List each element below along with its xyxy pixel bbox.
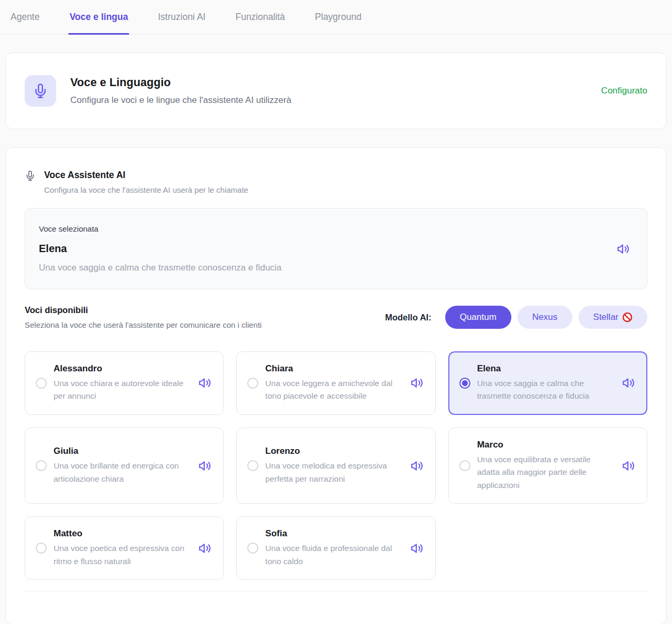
voice-card-chiara[interactable]: Chiara Una voce leggera e amichevole dal… [236,351,435,415]
voice-name: Sofia [265,528,402,539]
selected-voice-label: Voce selezionata [39,224,615,233]
section-title: Voce Assistente AI [44,170,248,181]
voice-description: Una voce saggia e calma che trasmette co… [477,377,614,403]
available-voices-subtitle: Seleziona la voce che userà l'assistente… [25,320,261,329]
section-header: Voce Assistente AI Configura la voce che… [25,170,647,194]
selected-voice-description: Una voce saggia e calma che trasmette co… [39,263,615,273]
tab-playground[interactable]: Playground [315,0,362,34]
play-voice-lorenzo-button[interactable] [409,458,425,474]
selected-voice-panel: Voce selezionata Elena Una voce saggia e… [25,208,647,289]
model-pill-nexus-label: Nexus [532,312,558,323]
voice-description: Una voce brillante ed energica con artic… [54,460,190,485]
voice-description: Una voce fluida e professionale dal tono… [265,542,402,568]
radio-sofia[interactable] [247,543,258,554]
tab-funzionalita[interactable]: Funzionalità [235,0,285,34]
radio-matteo[interactable] [36,543,47,554]
voice-card-sofia[interactable]: Sofia Una voce fluida e professionale da… [236,516,435,580]
page-title: Voce e Linguaggio [70,76,601,89]
radio-chiara[interactable] [247,378,258,389]
microphone-small-icon [25,170,36,181]
status-badge: Configurato [601,86,647,96]
available-voices-title: Voci disponibili [25,305,261,315]
voice-description: Una voce chiara e autorevole ideale per … [54,377,190,403]
voice-language-header-card: Voce e Linguaggio Configura le voci e le… [5,53,667,129]
voice-name: Alessandro [54,363,190,374]
voice-card-alessandro[interactable]: Alessandro Una voce chiara e autorevole … [25,351,224,415]
model-pill-nexus[interactable]: Nexus [518,306,572,329]
tab-agente[interactable]: Agente [10,0,39,34]
section-subtitle: Configura la voce che l'assistente AI us… [44,185,248,194]
tab-voce-e-lingua[interactable]: Voce e lingua [69,0,128,34]
voice-name: Lorenzo [265,446,402,456]
play-voice-matteo-button[interactable] [197,540,213,556]
voice-name: Chiara [265,363,402,374]
voice-card-giulia[interactable]: Giulia Una voce brillante ed energica co… [25,428,224,504]
assistant-voice-card: Voce Assistente AI Configura la voce che… [5,147,667,624]
model-pill-stellar-label: Stellar [593,312,618,323]
header-text: Voce e Linguaggio Configura le voci e le… [70,76,601,106]
ai-model-selector: Modello AI: Quantum Nexus Stellar [385,306,647,329]
page-subtitle: Configura le voci e le lingue che l'assi… [70,95,601,106]
voice-description: Una voce poetica ed espressiva con ritmo… [54,542,190,568]
voice-card-marco[interactable]: Marco Una voce equilibrata e versatile a… [448,428,647,504]
play-selected-voice-button[interactable] [615,241,631,257]
voice-card-lorenzo[interactable]: Lorenzo Una voce melodica ed espressiva … [236,428,435,504]
voice-name: Matteo [54,528,190,539]
play-voice-marco-button[interactable] [621,458,636,474]
voice-card-matteo[interactable]: Matteo Una voce poetica ed espressiva co… [25,516,224,580]
voice-description: Una voce leggera e amichevole dal tono p… [265,377,402,403]
selected-voice-name: Elena [39,243,615,255]
model-pill-stellar[interactable]: Stellar [579,306,647,329]
voice-card-elena[interactable]: Elena Una voce saggia e calma che trasme… [448,351,647,415]
prohibited-icon [622,312,633,323]
voice-description: Una voce melodica ed espressiva perfetta… [265,460,402,485]
play-voice-elena-button[interactable] [621,375,636,391]
radio-elena[interactable] [459,378,470,389]
radio-marco[interactable] [459,460,470,471]
settings-tabbar: Agente Voce e lingua Istruzioni AI Funzi… [0,0,672,35]
play-voice-chiara-button[interactable] [409,375,425,391]
tab-istruzioni-ai[interactable]: Istruzioni AI [158,0,205,34]
play-voice-alessandro-button[interactable] [197,375,213,391]
model-pill-quantum-label: Quantum [460,312,497,323]
voice-name: Marco [477,440,614,450]
ai-model-label: Modello AI: [385,313,431,323]
voice-grid: Alessandro Una voce chiara e autorevole … [25,351,647,580]
microphone-icon [25,75,56,107]
radio-lorenzo[interactable] [247,460,258,471]
radio-giulia[interactable] [36,460,47,471]
section-divider [25,591,647,591]
play-voice-sofia-button[interactable] [409,540,425,556]
radio-alessandro[interactable] [36,378,47,389]
voice-name: Giulia [54,446,190,456]
voice-name: Elena [477,363,614,374]
play-voice-giulia-button[interactable] [197,458,213,474]
model-pill-quantum[interactable]: Quantum [445,306,511,329]
voice-description: Una voce equilibrata e versatile adatta … [477,453,614,492]
available-voices-header-row: Voci disponibili Seleziona la voce che u… [25,305,647,329]
